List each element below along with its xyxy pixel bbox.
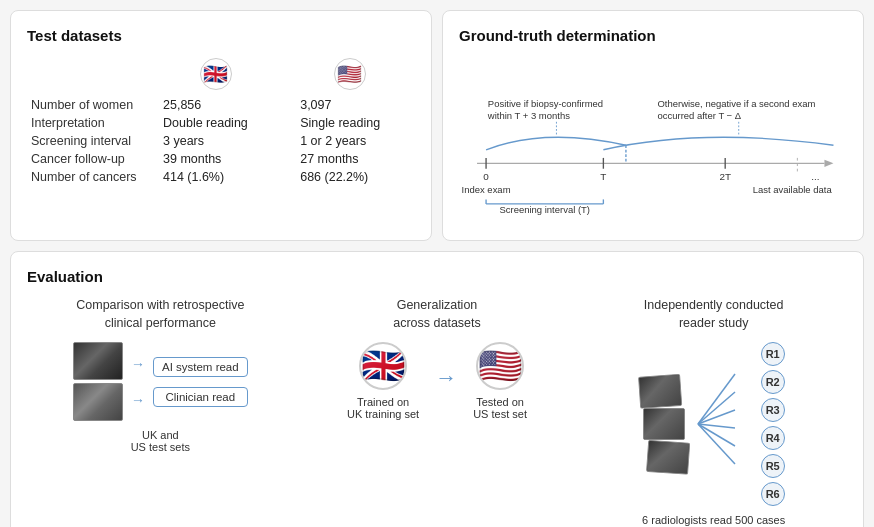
reader-label-r2: R2 [761,370,785,394]
clinician-read-box: Clinician read [153,387,248,407]
generalization-diagram: 🇬🇧 Trained onUK training set → 🇺🇸 Tested… [304,342,571,420]
eval-generalization-section: Generalizationacross datasets 🇬🇧 Trained… [304,297,571,527]
row-uk-value: 25,856 [147,96,284,114]
us-gen-label: Tested onUS test set [473,396,527,420]
row-label: Number of women [27,96,147,114]
reader-label-r3: R3 [761,398,785,422]
eval-comparison-section: Comparison with retrospectiveclinical pe… [27,297,294,527]
row-us-value: Single reading [284,114,415,132]
ground-truth-card: Ground-truth determination 0 T 2T ... In… [442,10,864,241]
reader-mri-2 [643,408,685,440]
table-row: Screening interval 3 years 1 or 2 years [27,132,415,150]
ai-system-read-box: AI system read [153,357,248,377]
test-datasets-title: Test datasets [27,27,415,44]
mri-image-2 [73,383,123,421]
table-row: Cancer follow-up 39 months 27 months [27,150,415,168]
reader-arrows-svg [693,364,753,484]
row-label: Interpretation [27,114,147,132]
row-label: Screening interval [27,132,147,150]
table-row: Interpretation Double reading Single rea… [27,114,415,132]
table-row: Number of cancers 414 (1.6%) 686 (22.2%) [27,168,415,186]
reader-mri-3 [646,440,690,475]
eval-reader-title: Independently conductedreader study [580,297,847,332]
ai-boxes: AI system read Clinician read [153,357,248,407]
reader-label-r4: R4 [761,426,785,450]
ground-truth-diagram: 0 T 2T ... Index exam Last available dat… [459,56,847,221]
reader-mri-1 [638,374,682,409]
reader-label-r5: R5 [761,454,785,478]
svg-text:...: ... [811,171,819,182]
evaluation-card: Evaluation Comparison with retrospective… [10,251,864,527]
svg-text:Last available data: Last available data [753,184,833,195]
eval-reader-bottom: 6 radiologists read 500 casesfrom US tes… [580,514,847,527]
row-uk-value: 39 months [147,150,284,168]
row-us-value: 3,097 [284,96,415,114]
ai-arrow-icon: → [131,356,145,372]
arrow-column: → → [131,356,145,408]
svg-text:occurred after T − Δ: occurred after T − Δ [658,110,742,121]
mri-image-1 [73,342,123,380]
us-flag-icon: 🇺🇸 [334,58,366,90]
svg-text:within T + 3 months: within T + 3 months [487,110,570,121]
row-us-value: 686 (22.2%) [284,168,415,186]
row-uk-value: Double reading [147,114,284,132]
svg-text:2T: 2T [719,171,731,182]
clinician-arrow-icon: → [131,392,145,408]
eval-comparison-bottom: UK andUS test sets [27,429,294,453]
mri-stack [73,342,123,421]
svg-line-28 [698,424,735,464]
uk-gen-label: Trained onUK training set [347,396,419,420]
svg-text:0: 0 [483,171,489,182]
ground-truth-title: Ground-truth determination [459,27,847,44]
row-uk-value: 414 (1.6%) [147,168,284,186]
eval-comparison-title: Comparison with retrospectiveclinical pe… [27,297,294,332]
row-label: Cancer follow-up [27,150,147,168]
reader-label-r1: R1 [761,342,785,366]
row-uk-value: 3 years [147,132,284,150]
uk-big-flag: 🇬🇧 [359,342,407,390]
svg-text:Screening interval (T): Screening interval (T) [499,204,590,215]
row-us-value: 1 or 2 years [284,132,415,150]
row-label: Number of cancers [27,168,147,186]
svg-line-24 [698,392,735,424]
svg-text:Otherwise, negative if a secon: Otherwise, negative if a second exam [658,98,816,109]
us-gen-item: 🇺🇸 Tested onUS test set [473,342,527,420]
svg-marker-1 [824,160,833,167]
us-big-flag: 🇺🇸 [476,342,524,390]
row-us-value: 27 months [284,150,415,168]
reader-label-r6: R6 [761,482,785,506]
svg-text:T: T [600,171,606,182]
reader-diagram: R1R2R3R4R5R6 [580,342,847,506]
uk-gen-item: 🇬🇧 Trained onUK training set [347,342,419,420]
test-datasets-card: Test datasets 🇬🇧 🇺🇸 Number of women 25,8… [10,10,432,241]
svg-text:Index exam: Index exam [462,184,511,195]
ai-diagram: → → AI system read Clinician read [27,342,294,421]
gen-arrow-icon: → [435,365,457,391]
uk-flag-header: 🇬🇧 [147,56,284,96]
uk-flag-icon: 🇬🇧 [200,58,232,90]
reader-labels: R1R2R3R4R5R6 [761,342,785,506]
table-row: Number of women 25,856 3,097 [27,96,415,114]
evaluation-grid: Comparison with retrospectiveclinical pe… [27,297,847,527]
us-flag-header: 🇺🇸 [284,56,415,96]
evaluation-title: Evaluation [27,268,847,285]
eval-reader-section: Independently conductedreader study [580,297,847,527]
reader-mri-stack [643,373,685,475]
eval-generalization-title: Generalizationacross datasets [304,297,571,332]
svg-text:Positive if biopsy-confirmed: Positive if biopsy-confirmed [488,98,603,109]
